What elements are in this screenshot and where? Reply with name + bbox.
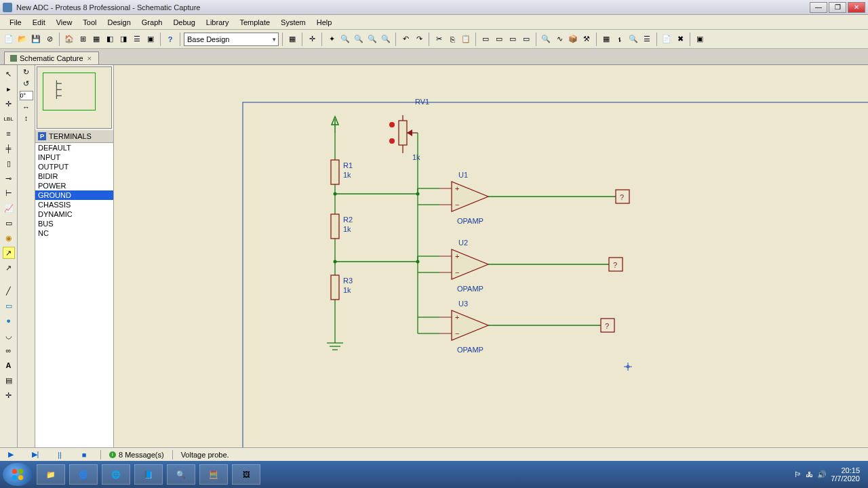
package-icon[interactable]: 📦: [567, 33, 579, 45]
sim-pause-icon[interactable]: ||: [52, 449, 68, 460]
toggle-grid-icon[interactable]: ▦: [600, 33, 612, 45]
schematic-canvas[interactable]: R1 1k R2 1k R3 1k: [114, 65, 868, 447]
close-project-icon[interactable]: ⊘: [43, 33, 56, 45]
terminals-mode-icon[interactable]: ⊸: [3, 172, 15, 184]
new-sheet-icon[interactable]: 📄: [660, 33, 673, 45]
menu-help[interactable]: Help: [311, 17, 338, 28]
paste-icon[interactable]: 📋: [460, 33, 472, 45]
terminal-bidir[interactable]: BIDIR: [35, 171, 113, 181]
wire-icon[interactable]: ∿: [553, 33, 566, 45]
menu-template[interactable]: Template: [234, 17, 275, 28]
undo-icon[interactable]: ↶: [399, 33, 412, 45]
mirror-h-icon[interactable]: ↔: [22, 103, 30, 111]
terminal-nc[interactable]: NC: [35, 228, 113, 238]
component-u2[interactable]: U2 + − OPAMP: [439, 239, 609, 293]
taskbar-app1-icon[interactable]: 🌀: [69, 464, 98, 485]
minimize-button[interactable]: —: [810, 2, 827, 13]
home-icon[interactable]: 🏠: [63, 33, 75, 45]
menu-tool[interactable]: Tool: [77, 17, 102, 28]
marker-2d-icon[interactable]: ✛: [3, 389, 15, 401]
new-icon[interactable]: 📄: [3, 33, 15, 45]
schematic-icon[interactable]: ⊞: [77, 33, 89, 45]
copy-icon[interactable]: ⎘: [446, 33, 458, 45]
path-2d-icon[interactable]: ∞: [3, 344, 15, 357]
box-2d-icon[interactable]: ▭: [3, 300, 15, 312]
block-rotate-icon[interactable]: ▭: [507, 33, 519, 45]
arc-2d-icon[interactable]: ◡: [3, 329, 15, 342]
maximize-button[interactable]: ❐: [829, 2, 846, 13]
wire-autoroute-icon[interactable]: ⫮: [614, 33, 626, 45]
component-mode-icon[interactable]: ▸: [3, 83, 15, 95]
menu-library[interactable]: Library: [201, 17, 235, 28]
rotate-ccw-icon[interactable]: ↺: [23, 79, 29, 88]
taskbar-app4-icon[interactable]: 🖼: [232, 464, 260, 485]
device-pins-icon[interactable]: ⊢: [3, 187, 15, 199]
zoom-out-icon[interactable]: 🔍: [353, 33, 365, 45]
grid-icon[interactable]: ▦: [286, 33, 298, 45]
probe-u1-output[interactable]: ?: [616, 190, 629, 203]
open-icon[interactable]: 📂: [16, 33, 28, 45]
component-u3[interactable]: U3 + − OPAMP: [439, 300, 601, 354]
terminal-input[interactable]: INPUT: [35, 152, 113, 162]
pick-icon[interactable]: 🔍: [540, 33, 552, 45]
line-2d-icon[interactable]: ╱: [3, 285, 15, 297]
terminal-dynamic[interactable]: DYNAMIC: [35, 209, 113, 219]
menu-edit[interactable]: Edit: [27, 17, 51, 28]
component-r1[interactable]: R1 1k: [331, 160, 353, 184]
terminal-power[interactable]: POWER: [35, 181, 113, 190]
cut-icon[interactable]: ✂: [433, 33, 445, 45]
terminal-output[interactable]: OUTPUT: [35, 162, 113, 171]
zoom-area-icon[interactable]: 🔍: [380, 33, 392, 45]
menu-file[interactable]: File: [4, 17, 27, 28]
probe-u3-output[interactable]: ?: [601, 319, 614, 332]
text-script-icon[interactable]: ≡: [3, 127, 15, 140]
taskbar-app3-icon[interactable]: 🧮: [199, 464, 228, 485]
decompose-icon[interactable]: ⚒: [580, 33, 593, 45]
rotation-input[interactable]: [20, 91, 33, 100]
component-r2[interactable]: R2 1k: [331, 214, 353, 239]
tray-flag-icon[interactable]: 🏳: [794, 470, 802, 479]
bus-mode-icon[interactable]: ╪: [3, 142, 15, 155]
tab-close-icon[interactable]: ×: [86, 54, 93, 62]
3d-icon[interactable]: ◧: [104, 33, 116, 45]
tab-schematic-capture[interactable]: Schematic Capture ×: [4, 52, 99, 64]
power-terminal[interactable]: [332, 117, 338, 133]
save-icon[interactable]: 💾: [30, 33, 42, 45]
circle-2d-icon[interactable]: ●: [3, 314, 15, 327]
current-probe-icon[interactable]: ↗: [3, 262, 15, 274]
component-rv1[interactable]: RV1 1k: [389, 98, 429, 328]
exit-sheet-icon[interactable]: ▣: [694, 33, 706, 45]
delete-sheet-icon[interactable]: ✖: [674, 33, 686, 45]
zoom-in-icon[interactable]: 🔍: [339, 33, 351, 45]
property-icon[interactable]: ☰: [641, 33, 653, 45]
ground-terminal[interactable]: [327, 336, 343, 350]
taskbar-word-icon[interactable]: 📘: [134, 464, 163, 485]
pick-parts-icon[interactable]: P: [38, 132, 46, 140]
voltage-probe-icon[interactable]: ↗: [3, 247, 15, 259]
overview-window[interactable]: ┣━┣━┣━: [37, 66, 112, 129]
start-button[interactable]: [3, 463, 33, 486]
sim-step-icon[interactable]: ▶|: [27, 449, 43, 460]
messages-badge[interactable]: i 8 Message(s): [109, 451, 164, 459]
menu-debug[interactable]: Debug: [167, 17, 200, 28]
junction-mode-icon[interactable]: ✛: [3, 98, 15, 110]
search-icon[interactable]: 🔍: [627, 33, 639, 45]
symbol-2d-icon[interactable]: ▤: [3, 374, 15, 386]
menu-view[interactable]: View: [51, 17, 78, 28]
block-copy-icon[interactable]: ▭: [479, 33, 492, 45]
help-icon[interactable]: ?: [164, 33, 176, 45]
design-selector[interactable]: Base Design: [184, 33, 279, 46]
zoom-all-icon[interactable]: 🔍: [366, 33, 378, 45]
taskbar-app2-icon[interactable]: 🔍: [167, 464, 195, 485]
pan-center-icon[interactable]: ✦: [326, 33, 338, 45]
sim-stop-icon[interactable]: ■: [76, 449, 92, 460]
wirelabel-mode-icon[interactable]: LBL: [3, 113, 15, 125]
terminals-list[interactable]: DEFAULT INPUT OUTPUT BIDIR POWER GROUND …: [35, 143, 113, 447]
menu-system[interactable]: System: [275, 17, 311, 28]
code-icon[interactable]: ▣: [144, 33, 157, 45]
terminal-default[interactable]: DEFAULT: [35, 143, 113, 152]
menu-graph[interactable]: Graph: [136, 17, 168, 28]
tray-volume-icon[interactable]: 🔊: [817, 470, 827, 479]
system-tray[interactable]: 🏳 🖧 🔊 20:15 7/7/2020: [794, 466, 865, 483]
selection-mode-icon[interactable]: ↖: [3, 68, 15, 80]
